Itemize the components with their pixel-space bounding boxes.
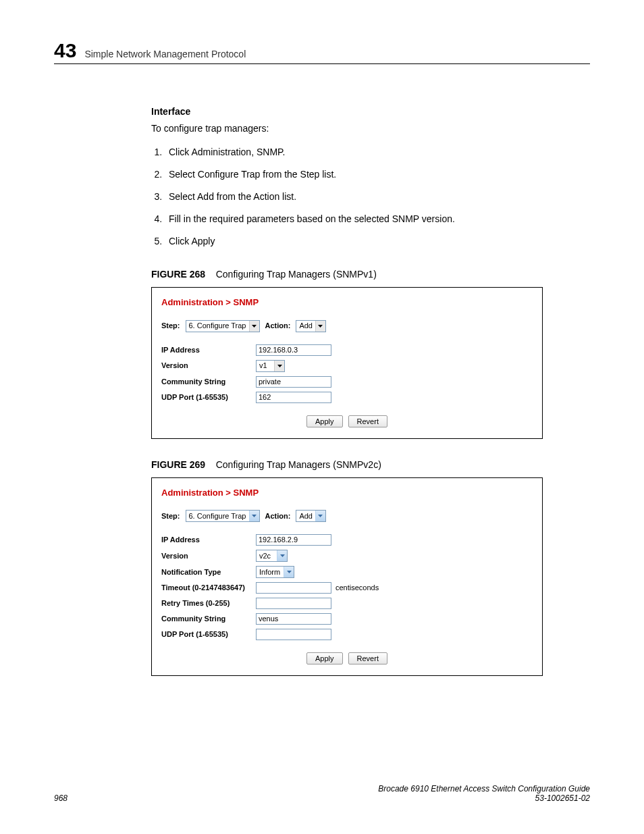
action-label: Action:: [265, 320, 291, 332]
action-value: Add: [299, 511, 313, 522]
step-item: Click Administration, SNMP.: [165, 145, 543, 159]
revert-button[interactable]: Revert: [348, 415, 387, 427]
ip-address-label: IP Address: [161, 534, 256, 546]
breadcrumb: Administration > SNMP: [161, 486, 533, 500]
svg-marker-3: [252, 515, 257, 517]
ip-address-input[interactable]: 192.168.2.9: [256, 534, 331, 546]
timeout-input[interactable]: [256, 582, 331, 594]
svg-marker-5: [280, 554, 285, 557]
version-label: Version: [161, 360, 256, 371]
action-select[interactable]: Add: [296, 510, 326, 522]
step-item: Select Add from the Action list.: [165, 190, 543, 204]
version-value: v1: [259, 360, 271, 371]
intro-text: To configure trap managers:: [151, 122, 543, 136]
ip-address-input[interactable]: 192.168.0.3: [256, 344, 331, 356]
chevron-down-icon: [315, 511, 325, 521]
footer-title: Brocade 6910 Ethernet Access Switch Conf…: [378, 784, 590, 793]
revert-button[interactable]: Revert: [348, 652, 387, 664]
chevron-down-icon: [274, 361, 284, 371]
figure-269-label: FIGURE 269 Configuring Trap Managers (SN…: [151, 458, 543, 472]
figure-268-label: FIGURE 268 Configuring Trap Managers (SN…: [151, 267, 543, 282]
chapter-number: 43: [54, 39, 76, 62]
community-string-label: Community String: [161, 376, 256, 388]
breadcrumb: Administration > SNMP: [161, 296, 533, 309]
udp-port-input[interactable]: [256, 629, 331, 640]
svg-marker-6: [287, 571, 292, 573]
ip-address-label: IP Address: [161, 344, 256, 356]
retry-times-label: Retry Times (0-255): [161, 598, 256, 609]
chevron-down-icon: [249, 511, 259, 521]
step-select[interactable]: 6. Configure Trap: [186, 320, 260, 332]
figure-269-panel: Administration > SNMP Step: 6. Configure…: [151, 477, 543, 677]
community-string-label: Community String: [161, 613, 256, 625]
notification-type-label: Notification Type: [161, 567, 256, 578]
steps-list: Click Administration, SNMP. Select Confi…: [151, 145, 543, 249]
page-footer: 968 Brocade 6910 Ethernet Access Switch …: [54, 784, 590, 803]
section-heading: Interface: [151, 105, 543, 119]
step-select[interactable]: 6. Configure Trap: [186, 510, 260, 522]
action-label: Action:: [265, 511, 291, 522]
figure-268-panel: Administration > SNMP Step: 6. Configure…: [151, 287, 543, 439]
chapter-title: Simple Network Management Protocol: [84, 49, 246, 59]
figure-caption: Configuring Trap Managers (SNMPv2c): [216, 459, 381, 470]
notification-type-select[interactable]: Inform: [256, 566, 294, 578]
step-item: Select Configure Trap from the Step list…: [165, 167, 543, 182]
chevron-down-icon: [315, 321, 325, 332]
figure-prefix: FIGURE 268: [151, 269, 205, 280]
chevron-down-icon: [249, 321, 259, 332]
page-header: 43 Simple Network Management Protocol: [54, 39, 590, 64]
step-value: 6. Configure Trap: [189, 511, 246, 522]
udp-port-label: UDP Port (1-65535): [161, 629, 256, 640]
svg-marker-0: [252, 325, 257, 328]
chevron-down-icon: [284, 567, 294, 577]
apply-button[interactable]: Apply: [306, 415, 343, 427]
step-item: Click Apply: [165, 234, 543, 249]
action-value: Add: [299, 320, 313, 332]
version-value: v2c: [259, 550, 274, 562]
step-value: 6. Configure Trap: [189, 320, 246, 332]
page-number: 968: [54, 793, 68, 803]
udp-port-input[interactable]: 162: [256, 392, 331, 403]
community-string-input[interactable]: private: [256, 376, 331, 388]
figure-caption: Configuring Trap Managers (SNMPv1): [216, 269, 377, 280]
step-item: Fill in the required parameters based on…: [165, 212, 543, 226]
version-select[interactable]: v1: [256, 360, 285, 372]
step-label: Step:: [161, 320, 180, 332]
retry-times-input[interactable]: [256, 598, 331, 609]
figure-prefix: FIGURE 269: [151, 459, 205, 470]
chevron-down-icon: [277, 550, 287, 561]
footer-doc-id: 53-1002651-02: [378, 793, 590, 803]
svg-marker-2: [277, 365, 282, 367]
step-label: Step:: [161, 511, 180, 522]
timeout-suffix: centiseconds: [336, 582, 379, 594]
version-select[interactable]: v2c: [256, 550, 288, 562]
notification-type-value: Inform: [259, 567, 281, 578]
version-label: Version: [161, 550, 256, 562]
apply-button[interactable]: Apply: [306, 652, 343, 664]
svg-marker-4: [318, 515, 323, 517]
udp-port-label: UDP Port (1-65535): [161, 392, 256, 403]
timeout-label: Timeout (0-2147483647): [161, 582, 256, 594]
svg-marker-1: [318, 325, 323, 328]
action-select[interactable]: Add: [296, 320, 326, 332]
community-string-input[interactable]: venus: [256, 613, 331, 625]
